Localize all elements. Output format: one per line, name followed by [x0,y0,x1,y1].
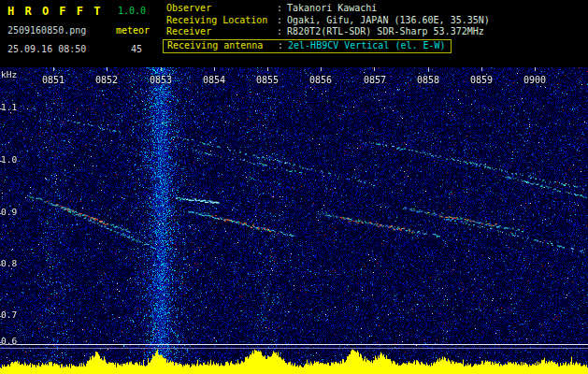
echo-count: 45 [131,44,142,54]
mode-label: meteor [116,25,150,36]
info-label: Receiving Location [166,15,277,27]
info-label: Receiver [166,26,277,38]
info-row-observer: Observer:Takanori Kawachi [166,3,490,15]
app-version: 1.0.0 [118,6,146,16]
output-filename: 2509160850.png [7,25,86,36]
spectrogram: kHz 1.1 1.0 0.9 0.8 0.7 0.6 0851 0852 08… [0,67,588,374]
datetime-label: 25.09.16 08:50 [7,44,86,54]
info-value: 2el-HB9CV Vertical (el. E-W) [288,40,446,50]
info-separator: : [277,15,282,25]
info-separator: : [277,3,282,13]
info-separator: : [277,26,282,36]
info-row-receiver: Receiver:R820T2(RTL-SDR) SDR-Sharp 53.37… [166,26,490,38]
app-title: H R O F F T [7,5,102,18]
info-value: Takanori Kawachi [287,3,377,13]
info-row-antenna: Receiving antenna:2el-HB9CV Vertical (el… [163,39,452,54]
info-value: R820T2(RTL-SDR) SDR-Sharp 53.372MHz [287,26,484,36]
info-label: Receiving antenna [167,40,278,52]
spectrogram-canvas [0,67,588,374]
info-separator: : [278,40,283,50]
hrofft-window: H R O F F T 1.0.0 2509160850.png meteor … [0,0,588,374]
info-label: Observer [166,3,277,15]
header: H R O F F T 1.0.0 2509160850.png meteor … [0,0,588,67]
observer-info: Observer:Takanori Kawachi Receiving Loca… [166,3,490,53]
info-value: Ogaki, Gifu, JAPAN (136.60E, 35.35N) [287,15,490,25]
info-row-location: Receiving Location:Ogaki, Gifu, JAPAN (1… [166,15,490,27]
